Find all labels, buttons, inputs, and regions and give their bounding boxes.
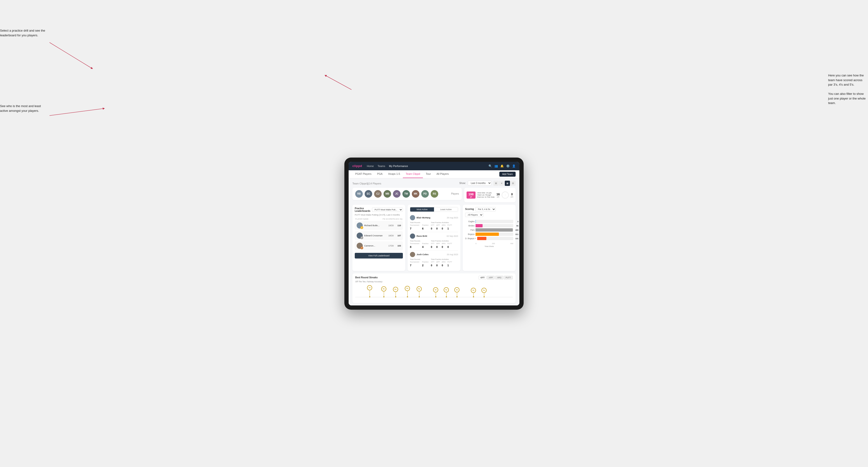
shot-yds: 16 yds ○ 0 yds bbox=[497, 191, 513, 198]
tab-ott[interactable]: OTT bbox=[478, 276, 486, 280]
streaks-subtitle: Off The Tee, Fairway Accuracy bbox=[355, 280, 513, 283]
svg-line-1 bbox=[50, 108, 104, 116]
svg-line-0 bbox=[50, 42, 92, 68]
streak-pin-3x-2: 3x bbox=[482, 288, 487, 298]
search-icon[interactable]: 🔍 bbox=[489, 164, 492, 168]
streaks-chart: 7x 6x 6x bbox=[355, 284, 513, 301]
tournament-val-1: 7 bbox=[410, 227, 411, 230]
subnav-tour[interactable]: Tour bbox=[423, 170, 434, 178]
avatar-8[interactable]: PD bbox=[421, 190, 429, 198]
bar-track-dbogeys: 131 bbox=[477, 237, 513, 240]
rounds-values-2: Tournament 8 Practice 4 bbox=[410, 243, 429, 249]
lb-avg-1: 110 bbox=[395, 224, 401, 227]
lb-avatar-1: 1 bbox=[356, 222, 363, 228]
bar-label-bogeys: Bogeys bbox=[465, 233, 474, 236]
lb-panel-header: Practice Leaderboards PUTT Must Make Put… bbox=[355, 207, 403, 212]
lb-badge-bronze: 3 bbox=[361, 247, 363, 249]
avatar-6[interactable]: TW bbox=[402, 190, 410, 198]
scoring-filter-1[interactable]: Par 3, 4 & 5s bbox=[475, 207, 496, 211]
tab-most-active[interactable]: Most Active bbox=[410, 207, 434, 212]
team-controls: Show: Last 3 months ⊞ ≡ ▦ ⊟ bbox=[459, 181, 516, 186]
add-team-button[interactable]: Add Team bbox=[499, 172, 516, 177]
streak-label-3x-2: 3x bbox=[482, 288, 487, 293]
tablet-device: clippd Home Teams My Performance 🔍 👥 🔔 ⚙… bbox=[344, 158, 524, 310]
lb-row-2[interactable]: 2 Edward Crossman 18/20 107 bbox=[355, 231, 403, 240]
avatar-3[interactable]: CJ bbox=[374, 190, 382, 198]
streak-label-4x-2: 4x bbox=[444, 287, 449, 292]
streak-pin-7x-1: 7x bbox=[367, 285, 372, 298]
tab-arg[interactable]: ARG bbox=[495, 276, 503, 280]
bar-label-pars: Pars bbox=[465, 229, 474, 231]
lb-subtitle: PUTT Must Make Putting (3-6 ft), Last 3 … bbox=[355, 214, 403, 216]
players-row: RB EC CJ MB JC TW MK PD RS Players bbox=[352, 188, 462, 200]
avatar-7[interactable]: MK bbox=[412, 190, 420, 198]
streak-pin-4x-1: 4x bbox=[433, 287, 438, 298]
streak-pin-3x-1: 3x bbox=[471, 288, 476, 298]
player-act-header-3: Josh Coles 26 Aug 2023 bbox=[410, 252, 458, 257]
streak-stem-1 bbox=[370, 290, 370, 296]
avatar-9[interactable]: RS bbox=[431, 190, 438, 198]
lb-row-1[interactable]: 1 Richard Butle... 19/20 110 bbox=[355, 221, 403, 230]
subnav-pgat[interactable]: PGAT Players bbox=[352, 170, 374, 178]
streak-stem-7 bbox=[446, 292, 446, 296]
card-icon[interactable]: ▦ bbox=[505, 181, 510, 186]
streak-dot-2 bbox=[383, 296, 384, 298]
avatar-5[interactable]: JC bbox=[393, 190, 401, 198]
rounds-section-2: Total Rounds Tournament 8 Practice bbox=[410, 240, 429, 249]
drill-select[interactable]: PUTT Must Make Putt... bbox=[372, 208, 403, 212]
lb-badge-gold: 1 bbox=[361, 226, 363, 229]
practice-col-1: Practice 6 bbox=[422, 224, 429, 230]
bar-bogeys: Bogeys 311 bbox=[465, 232, 513, 236]
player-act-name-2: Rees Britt bbox=[416, 235, 445, 237]
show-select[interactable]: Last 3 months bbox=[468, 181, 492, 186]
subnav-pga[interactable]: PGA bbox=[374, 170, 385, 178]
nav-home[interactable]: Home bbox=[367, 164, 374, 168]
subnav: PGAT Players PGA Hcaps 1-5 Team Clippd T… bbox=[349, 170, 519, 178]
nav-my-performance[interactable]: My Performance bbox=[389, 164, 408, 168]
subnav-right: Add Team bbox=[499, 172, 516, 177]
chart-x-title: Total Shots bbox=[465, 245, 513, 247]
lb-avg-3: 103 bbox=[395, 245, 401, 247]
lb-row-3[interactable]: 3 Cameron... 17/20 103 bbox=[355, 241, 403, 250]
bar-fill-birdies bbox=[475, 224, 483, 227]
scoring-filter-2[interactable]: All Players bbox=[465, 213, 483, 217]
avatar-1[interactable]: RB bbox=[355, 190, 363, 198]
streak-dot-6 bbox=[435, 296, 436, 298]
players-shot-row: RB EC CJ MB JC TW MK PD RS Players bbox=[352, 188, 516, 203]
tab-least-active[interactable]: Least Active bbox=[434, 207, 458, 212]
tournament-col-1: Tournament 7 bbox=[410, 224, 420, 230]
settings-icon[interactable]: ⚙️ bbox=[506, 164, 510, 168]
list-icon[interactable]: ≡ bbox=[499, 181, 504, 186]
player-act-avatar-2 bbox=[410, 234, 415, 239]
player-stats-3: Total Rounds Tournament 7 Practice bbox=[410, 258, 458, 267]
rounds-section-1: Total Rounds Tournament 7 Practice bbox=[410, 221, 429, 230]
tablet-screen: clippd Home Teams My Performance 🔍 👥 🔔 ⚙… bbox=[349, 162, 519, 305]
streak-stem-9 bbox=[473, 293, 474, 296]
view-full-leaderboard-button[interactable]: View Full Leaderboard bbox=[355, 253, 403, 258]
grid-icon[interactable]: ⊞ bbox=[493, 181, 499, 186]
nav-teams[interactable]: Teams bbox=[378, 164, 385, 168]
bottom-grid: Practice Leaderboards PUTT Must Make Put… bbox=[352, 205, 516, 271]
bar-track-eagles: 3 bbox=[475, 220, 513, 223]
streak-label-7x-1: 7x bbox=[367, 285, 372, 290]
navbar: clippd Home Teams My Performance 🔍 👥 🔔 ⚙… bbox=[349, 162, 519, 170]
subnav-hcaps[interactable]: Hcaps 1-5 bbox=[385, 170, 403, 178]
tab-app[interactable]: APP bbox=[487, 276, 495, 280]
lb-badge-silver: 2 bbox=[361, 236, 363, 239]
avatar-2[interactable]: EC bbox=[365, 190, 372, 198]
user-icon[interactable]: 👤 bbox=[512, 164, 516, 168]
bell-icon[interactable]: 🔔 bbox=[500, 164, 504, 168]
avatar-4[interactable]: MB bbox=[383, 190, 391, 198]
subnav-team-clippd[interactable]: Team Clippd bbox=[403, 170, 423, 178]
bar-track-bogeys: 311 bbox=[475, 232, 513, 236]
streak-dot-8 bbox=[456, 296, 458, 298]
filter-icon[interactable]: ⊟ bbox=[510, 181, 516, 186]
users-icon[interactable]: 👥 bbox=[494, 164, 498, 168]
bar-track-birdies: 96 bbox=[475, 224, 513, 227]
practice-activities-1: Total Practice Activities OTT 0 APP bbox=[431, 221, 452, 230]
streak-dot-3 bbox=[395, 296, 396, 298]
subnav-all-players[interactable]: All Players bbox=[434, 170, 452, 178]
lb-table-header: PLAYER NAME PB SCORE PB AVG SQ bbox=[355, 218, 403, 220]
tab-putt[interactable]: PUTT bbox=[504, 276, 513, 280]
annotation-top-right: Here you can see how the team have score… bbox=[828, 73, 866, 105]
